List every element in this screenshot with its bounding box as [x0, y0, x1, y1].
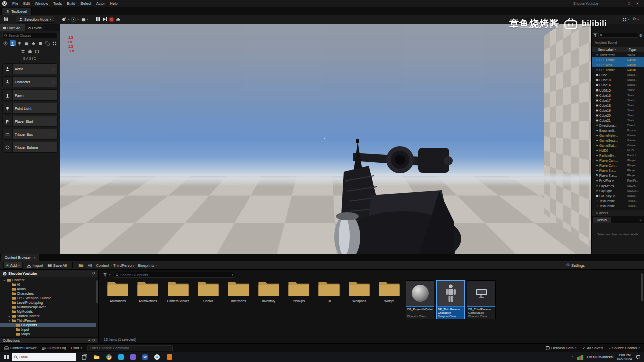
actor-type[interactable]: Edit Bl	[627, 58, 644, 61]
outliner-row[interactable]: ● SkyAtmos... SkyAt...	[592, 183, 644, 188]
viewport[interactable]: 1.5 1.5 1.5 1.5	[60, 24, 591, 254]
folder-tree-icon[interactable]	[78, 263, 84, 268]
actor-type[interactable]: Static...	[627, 119, 644, 122]
actor-type[interactable]: Player...	[627, 159, 644, 162]
start-button[interactable]	[0, 355, 12, 359]
outliner-row[interactable]: ● PlayerCon... Player...	[592, 163, 644, 168]
outliner-row[interactable]: T TextRende... TextR...	[592, 203, 644, 208]
outliner-row[interactable]: ▣ Cube Static...	[592, 72, 644, 77]
editor-settings-button[interactable]: ⚙ ▾	[632, 17, 639, 21]
actor-type[interactable]: HUD	[627, 149, 644, 152]
tree-folder-row[interactable]: ▾ Content	[0, 278, 96, 282]
place-item-point-light[interactable]: Point Light ⋮⋮	[2, 103, 58, 114]
place-item-trigger-sphere[interactable]: Trigger Sphere ⋮⋮	[2, 142, 58, 153]
drag-grip-icon[interactable]: ⋮⋮	[51, 133, 57, 136]
outliner-row[interactable]: ▣ Cube20 Static...	[592, 113, 644, 118]
stock-ticker-label[interactable]: OMXH25-indeksi	[587, 355, 613, 359]
outliner-row[interactable]: ▣ Cube10 Static...	[592, 77, 644, 82]
menu-item[interactable]: Select	[78, 1, 94, 6]
outliner-row[interactable]: ▣ Cube19 Static...	[592, 108, 644, 113]
actor-type[interactable]: Player...	[627, 169, 644, 172]
output-log-button[interactable]: Output Log	[42, 346, 66, 350]
collections-bar[interactable]: Collections +	[0, 337, 98, 343]
outliner-row[interactable]: ● PlayerSta... Player...	[592, 168, 644, 173]
place-item-trigger-box[interactable]: Trigger Box ⋮⋮	[2, 129, 58, 140]
drag-grip-icon[interactable]: ⋮⋮	[51, 67, 57, 71]
tab-content-browser[interactable]: Content Browser ✕	[1, 254, 39, 261]
actor-type[interactable]: Player...	[627, 174, 644, 177]
outliner-row[interactable]: ● GameSess... Game...	[592, 138, 644, 143]
outliner-row[interactable]: ▣ Cube18 Static...	[592, 103, 644, 108]
chrome-icon[interactable]	[106, 354, 112, 360]
caret-icon[interactable]: ▾	[8, 319, 11, 322]
caret-icon[interactable]: ▾	[3, 279, 6, 282]
tree-folder-row[interactable]: ▸ StarterContent	[0, 314, 96, 318]
category-cinematic-icon[interactable]	[24, 40, 30, 46]
content-folder[interactable]: Decals	[193, 280, 223, 303]
search-icon[interactable]	[92, 272, 96, 275]
maximize-button[interactable]: □	[625, 2, 633, 5]
tree-folder-row[interactable]: Characters	[0, 291, 96, 296]
category-all-classes-icon[interactable]	[52, 40, 58, 46]
save-all-button[interactable]: Save All	[47, 263, 67, 268]
place-search-input[interactable]	[8, 34, 56, 37]
add-actor-button[interactable]: ▾	[62, 17, 70, 22]
asset-tile-thirdperson-character[interactable]: BP_ThirdPerson Character Blueprint Class	[436, 280, 465, 319]
actor-type[interactable]: Static...	[627, 88, 644, 92]
caret-icon[interactable]: ▸	[8, 315, 11, 318]
platforms-button[interactable]: ▾	[622, 17, 630, 22]
menu-item[interactable]: File	[10, 1, 21, 6]
eject-button[interactable]	[116, 17, 121, 22]
content-drawer-button[interactable]: Content Drawer	[4, 346, 37, 350]
frame-skip-button[interactable]	[102, 17, 107, 22]
menu-item[interactable]: Actor	[94, 1, 108, 6]
category-misc-icon[interactable]	[34, 48, 40, 54]
outliner-settings-icon[interactable]: ⚙	[639, 34, 642, 37]
actor-type[interactable]: Direct...	[627, 124, 644, 127]
source-control-button[interactable]: ● Source Control ▾	[609, 346, 640, 350]
place-item-player-start[interactable]: Player Start ⋮⋮	[2, 116, 58, 127]
content-folder[interactable]: AnimNotifies	[133, 280, 163, 303]
tree-folder-row[interactable]: ▾ ThirdPerson	[0, 318, 96, 323]
tree-folder-row[interactable]: FPS_Weapon_Bundle	[0, 296, 96, 300]
drag-grip-icon[interactable]: ⋮⋮	[51, 146, 57, 149]
outliner-row[interactable]: ▣ Cube15 Static...	[592, 87, 644, 93]
actor-type[interactable]: TextR...	[627, 199, 644, 202]
outliner-row[interactable]: ● Exponenti... Expon...	[592, 128, 644, 133]
actor-type[interactable]: SkyAt...	[627, 184, 644, 187]
drag-grip-icon[interactable]: ⋮⋮	[51, 80, 57, 84]
app-orange-icon[interactable]	[167, 354, 172, 360]
actor-type[interactable]: PostPr...	[627, 179, 644, 182]
pause-button[interactable]	[96, 17, 100, 22]
category-basic-icon[interactable]	[10, 40, 16, 46]
menu-item[interactable]: Tools	[51, 1, 65, 6]
category-visual-effects-icon[interactable]	[31, 40, 37, 46]
content-folder[interactable]: Interfaces	[223, 280, 254, 303]
menu-item[interactable]: Edit	[21, 1, 32, 6]
derived-data-button[interactable]: Derived Data ▾	[546, 346, 576, 350]
cb-settings-button[interactable]: ⚙ Settings	[566, 263, 585, 268]
actor-type[interactable]: Game...	[627, 144, 644, 147]
asset-tile-thirdperson-gamemode[interactable]: BP_ThirdPerson GameMode Blueprint Class	[467, 280, 496, 319]
close-button[interactable]: ✕	[633, 2, 642, 6]
taskbar-clock[interactable]: 1:08 PM 8/27/2024	[617, 353, 632, 361]
tab-testlevel[interactable]: TestLevel	[1, 8, 32, 15]
cmd-selector[interactable]: Cmd ▾	[71, 346, 82, 350]
outliner-row[interactable]: ● HUD0 HUD	[592, 148, 644, 153]
content-folder[interactable]: UI	[314, 280, 344, 303]
tree-folder-row[interactable]: AI	[0, 282, 96, 287]
actor-type[interactable]: Game...	[627, 139, 644, 142]
close-icon[interactable]: ✕	[639, 218, 644, 223]
tree-scrollbar[interactable]	[96, 280, 98, 303]
tree-folder-row[interactable]: MyModels	[0, 309, 96, 314]
editor-mode-select[interactable]: Selection Mode ▾	[16, 16, 54, 23]
outliner-row[interactable]: ☀ SkyLight SkyLig...	[592, 188, 644, 193]
filter-icon[interactable]	[593, 33, 597, 37]
outliner-row[interactable]: ⚑ PlayerStar... Player...	[592, 173, 644, 178]
actor-type[interactable]: World	[627, 53, 644, 56]
actor-type[interactable]: Static...	[627, 109, 644, 112]
close-icon[interactable]: ✕	[33, 256, 36, 259]
tree-folder-row[interactable]: LevelPrototyping	[0, 300, 96, 305]
category-gameplay-icon[interactable]	[27, 48, 33, 54]
actor-type[interactable]: Static...	[627, 99, 644, 102]
